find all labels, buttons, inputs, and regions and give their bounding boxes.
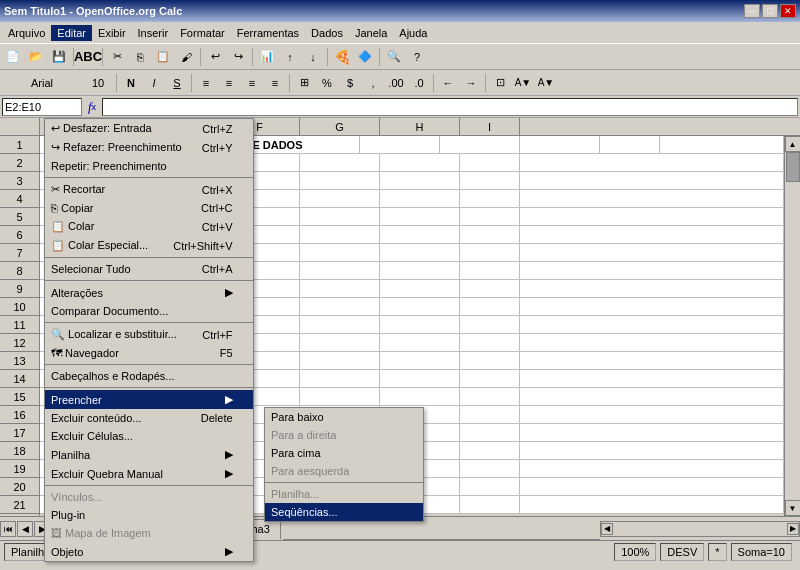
cell-I1[interactable]	[600, 136, 660, 154]
thousands-button[interactable]: ,	[362, 72, 384, 94]
formula-input[interactable]	[102, 98, 798, 116]
cell-I2[interactable]	[460, 154, 520, 172]
minimize-button[interactable]: ─	[744, 4, 760, 18]
row-4: 4	[0, 190, 39, 208]
justify-button[interactable]: ≡	[264, 72, 286, 94]
indent-inc-button[interactable]: →	[460, 72, 482, 94]
new-button[interactable]: 📄	[2, 46, 24, 68]
menu-exibir[interactable]: Exibir	[92, 25, 132, 41]
find-button[interactable]: 🔍	[383, 46, 405, 68]
paintbrush-button[interactable]: 🖌	[175, 46, 197, 68]
sep	[45, 280, 253, 281]
scroll-down-button[interactable]: ▼	[785, 500, 801, 516]
menu-alteracoes[interactable]: Alterações ▶	[45, 283, 253, 302]
align-right-button[interactable]: ≡	[241, 72, 263, 94]
fsep3	[289, 74, 290, 92]
save-button[interactable]: 💾	[48, 46, 70, 68]
menu-recortar[interactable]: ✂ Recortar Ctrl+X	[45, 180, 253, 199]
row-19: 19	[0, 460, 39, 478]
open-button[interactable]: 📂	[25, 46, 47, 68]
row-6: 6	[0, 226, 39, 244]
maximize-button[interactable]: □	[762, 4, 778, 18]
menu-preencher[interactable]: Preencher ▶	[45, 390, 253, 409]
font-color-button[interactable]: A▼	[535, 72, 557, 94]
menu-cabecalhos[interactable]: Cabeçalhos e Rodapés...	[45, 367, 253, 385]
merge-button[interactable]: ⊞	[293, 72, 315, 94]
menu-localizar[interactable]: 🔍 Localizar e substituir... Ctrl+F	[45, 325, 253, 344]
star-info: *	[708, 543, 726, 561]
menu-refazer[interactable]: ↪ Refazer: Preenchimento Ctrl+Y	[45, 138, 253, 157]
chart-button[interactable]: 📊	[256, 46, 278, 68]
col-header-H: H	[380, 118, 460, 135]
menu-dados[interactable]: Dados	[305, 25, 349, 41]
scroll-up-button[interactable]: ▲	[785, 136, 801, 152]
menu-plugin[interactable]: Plug-in	[45, 506, 253, 524]
sep	[45, 177, 253, 178]
menu-colar-especial[interactable]: 📋 Colar Especial... Ctrl+Shift+V	[45, 236, 253, 255]
vertical-scrollbar[interactable]: ▲ ▼	[784, 136, 800, 516]
cell-H2[interactable]	[380, 154, 460, 172]
spellcheck-button[interactable]: ABC	[77, 46, 99, 68]
cell-F1[interactable]	[360, 136, 440, 154]
bold-button[interactable]: N	[120, 72, 142, 94]
scroll-thumb[interactable]	[786, 152, 800, 182]
menu-navegador[interactable]: 🗺 Navegador F5	[45, 344, 253, 362]
highlight-button[interactable]: A▼	[512, 72, 534, 94]
percent-button[interactable]: $	[339, 72, 361, 94]
sep	[45, 322, 253, 323]
scroll-track[interactable]	[785, 152, 800, 500]
menu-comparar-documento[interactable]: Comparar Documento...	[45, 302, 253, 320]
horizontal-scrollbar[interactable]: ◀ ▶	[600, 521, 800, 537]
font-size[interactable]: 10	[83, 72, 113, 94]
borders-button[interactable]: ⊡	[489, 72, 511, 94]
italic-button[interactable]: I	[143, 72, 165, 94]
menu-ajuda[interactable]: Ajuda	[393, 25, 433, 41]
align-left-button[interactable]: ≡	[195, 72, 217, 94]
indent-dec-button[interactable]: ←	[437, 72, 459, 94]
redo-button[interactable]: ↪	[227, 46, 249, 68]
menu-ferramentas[interactable]: Ferramentas	[231, 25, 305, 41]
menu-editar[interactable]: Editar	[51, 25, 92, 41]
menu-planilha[interactable]: Planilha ▶	[45, 445, 253, 464]
cut-button[interactable]: ✂	[106, 46, 128, 68]
menu-janela[interactable]: Janela	[349, 25, 393, 41]
cell-H1[interactable]	[520, 136, 600, 154]
align-center-button[interactable]: ≡	[218, 72, 240, 94]
menu-formatar[interactable]: Formatar	[174, 25, 231, 41]
tab-first-button[interactable]: ⏮	[0, 521, 16, 537]
menu-excluir-conteudo[interactable]: Excluir conteúdo... Delete	[45, 409, 253, 427]
paste-button[interactable]: 📋	[152, 46, 174, 68]
scroll-left-button[interactable]: ◀	[601, 523, 613, 535]
menu-copiar[interactable]: ⎘ Copiar Ctrl+C	[45, 199, 253, 217]
font-name[interactable]: Arial	[2, 72, 82, 94]
cell-G2[interactable]	[300, 154, 380, 172]
underline-button[interactable]: S	[166, 72, 188, 94]
undo-button[interactable]: ↩	[204, 46, 226, 68]
insert-chart-button[interactable]: 🍕	[331, 46, 353, 68]
menu-excluir-celulas[interactable]: Excluir Células...	[45, 427, 253, 445]
close-button[interactable]: ✕	[780, 4, 796, 18]
menu-arquivo[interactable]: Arquivo	[2, 25, 51, 41]
decimal-inc-button[interactable]: .00	[385, 72, 407, 94]
sort-desc-button[interactable]: ↓	[302, 46, 324, 68]
tab-prev-button[interactable]: ◀	[17, 521, 33, 537]
cell-I3[interactable]	[460, 172, 520, 190]
name-box[interactable]: E2:E10	[2, 98, 82, 116]
menu-objeto[interactable]: Objeto ▶	[45, 542, 253, 561]
menu-selecionar-tudo[interactable]: Selecionar Tudo Ctrl+A	[45, 260, 253, 278]
cell-G3[interactable]	[300, 172, 380, 190]
menu-inserir[interactable]: Inserir	[132, 25, 175, 41]
cell-G1[interactable]	[440, 136, 520, 154]
menu-repetir[interactable]: Repetir: Preenchimento	[45, 157, 253, 175]
copy-button[interactable]: ⎘	[129, 46, 151, 68]
insert-drawing-button[interactable]: 🔷	[354, 46, 376, 68]
currency-button[interactable]: %	[316, 72, 338, 94]
cell-H3[interactable]	[380, 172, 460, 190]
sort-asc-button[interactable]: ↑	[279, 46, 301, 68]
menu-excluir-quebra[interactable]: Excluir Quebra Manual ▶	[45, 464, 253, 483]
menu-desfazer[interactable]: ↩ Desfazer: Entrada Ctrl+Z	[45, 119, 253, 138]
decimal-dec-button[interactable]: .0	[408, 72, 430, 94]
scroll-right-button[interactable]: ▶	[787, 523, 799, 535]
help-button[interactable]: ?	[406, 46, 428, 68]
menu-colar[interactable]: 📋 Colar Ctrl+V	[45, 217, 253, 236]
